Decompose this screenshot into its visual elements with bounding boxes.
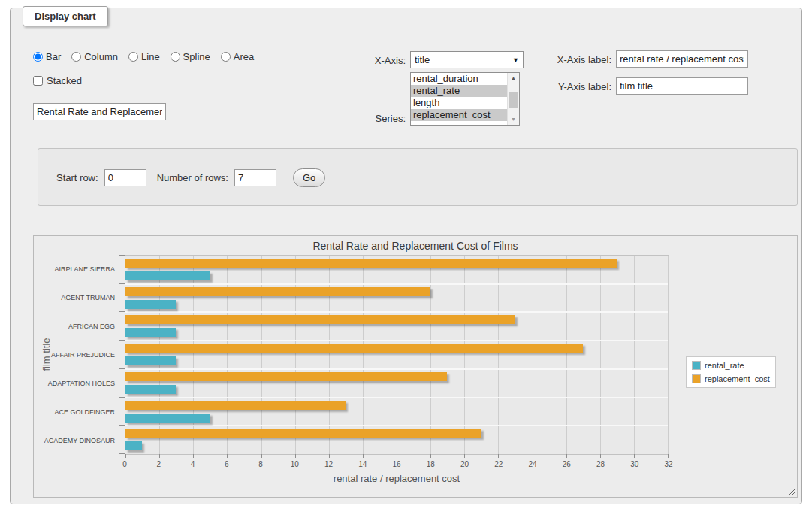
y-category-label: AFRICAN EGG	[35, 323, 115, 330]
chart-type-radio-area[interactable]	[221, 52, 231, 62]
legend-swatch	[692, 361, 701, 370]
legend-entry-rental_rate: rental_rate	[692, 361, 770, 370]
stacked-row: Stacked	[33, 75, 82, 86]
y-category-label: ACADEMY DINOSAUR	[35, 437, 115, 444]
bar-rental_rate	[125, 328, 176, 337]
x-tick-label: 2	[147, 460, 170, 468]
chart-type-radios: BarColumnLineSplineArea	[33, 51, 254, 62]
bar-rental_rate	[125, 441, 142, 450]
y-axis-caption-input[interactable]	[616, 77, 748, 95]
start-row-label: Start row:	[56, 172, 98, 183]
bar-replacement_cost	[125, 429, 481, 438]
x-tick-label: 6	[216, 460, 238, 468]
x-tick-label: 26	[555, 460, 578, 468]
y-category-label: AIRPLANE SIERRA	[35, 265, 115, 273]
chart-type-radio-column[interactable]	[71, 52, 81, 62]
x-axis-selected-value: title	[415, 54, 509, 65]
y-tickmark	[119, 340, 125, 341]
bar-replacement_cost	[125, 259, 617, 268]
pagination-panel: Start row: Number of rows: Go	[38, 148, 798, 206]
x-tickmark	[566, 454, 567, 458]
y-tickmark	[119, 368, 125, 369]
x-tickmark	[193, 454, 194, 458]
bar-replacement_cost	[125, 372, 447, 381]
series-listbox-items: rental_durationrental_ratelengthreplacem…	[411, 73, 507, 125]
x-tickmark	[227, 454, 228, 458]
x-axis-caption-input[interactable]	[616, 50, 748, 68]
legend-entry-replacement_cost: replacement_cost	[692, 374, 770, 383]
chart-type-radio-spline[interactable]	[171, 52, 180, 62]
scrollbar-thumb[interactable]	[509, 92, 518, 108]
legend-label: rental_rate	[705, 361, 744, 370]
chart-type-text: Area	[234, 51, 254, 62]
display-chart-fieldset: BarColumnLineSplineArea Stacked X-Axis: …	[10, 8, 802, 504]
scroll-up-icon[interactable]: ▲	[508, 73, 519, 83]
scroll-down-icon[interactable]: ▼	[508, 114, 519, 125]
series-option-length[interactable]: length	[411, 97, 507, 109]
chart-type-option-spline[interactable]: Spline	[171, 51, 210, 62]
legend-swatch	[692, 374, 701, 383]
chart-type-option-area[interactable]: Area	[221, 51, 254, 62]
y-tickmark	[119, 283, 125, 284]
bar-replacement_cost	[125, 287, 430, 296]
series-option-rental_duration[interactable]: rental_duration	[411, 73, 507, 85]
series-listbox[interactable]: rental_durationrental_ratelengthreplacem…	[410, 72, 520, 126]
chart-type-radio-line[interactable]	[128, 52, 138, 62]
x-tickmark	[600, 454, 601, 458]
series-option-replacement_cost[interactable]: replacement_cost	[411, 109, 507, 121]
chart-type-option-bar[interactable]: Bar	[33, 51, 61, 62]
resize-handle-icon[interactable]	[787, 487, 795, 495]
x-tick-label: 8	[249, 460, 272, 468]
x-tick-label: 14	[352, 460, 374, 468]
chart-y-categories: AIRPLANE SIERRAAGENT TRUMANAFRICAN EGGAF…	[35, 255, 119, 455]
x-tick-label: 4	[182, 460, 204, 468]
category-band	[125, 398, 668, 426]
x-tickmark	[464, 454, 465, 458]
bar-rental_rate	[125, 271, 210, 280]
y-tickmark	[119, 453, 125, 454]
chart-container: Rental Rate and Replacement Cost of Film…	[33, 235, 798, 498]
page: BarColumnLineSplineArea Stacked X-Axis: …	[0, 0, 812, 512]
series-scrollbar[interactable]: ▲ ▼	[507, 73, 519, 125]
x-tickmark	[533, 454, 533, 458]
x-tickmark	[498, 454, 499, 458]
x-tick-label: 10	[283, 460, 306, 468]
bar-replacement_cost	[125, 344, 583, 353]
category-band	[125, 312, 668, 341]
x-tickmark	[125, 454, 126, 458]
num-rows-label: Number of rows:	[157, 172, 228, 183]
go-button[interactable]: Go	[293, 168, 325, 187]
y-category-label: AFFAIR PREJUDICE	[35, 351, 115, 359]
stacked-checkbox[interactable]	[33, 76, 43, 86]
chart-plot-area	[125, 255, 669, 455]
start-row-input[interactable]	[104, 169, 146, 186]
pagination-row: Start row: Number of rows: Go	[56, 168, 325, 187]
bar-rental_rate	[125, 385, 176, 394]
num-rows-input[interactable]	[234, 169, 276, 186]
chart-type-option-line[interactable]: Line	[128, 51, 160, 62]
series-option-rental_rate[interactable]: rental_rate	[411, 85, 507, 97]
x-axis-label: X-Axis:	[341, 55, 406, 66]
y-tickmark	[119, 397, 125, 398]
x-tickmark	[634, 454, 635, 458]
x-tick-label: 32	[657, 460, 680, 468]
chart-type-text: Line	[141, 51, 160, 62]
x-axis-select[interactable]: title ▼	[410, 51, 524, 68]
bar-rental_rate	[125, 356, 176, 365]
chart-type-radio-bar[interactable]	[33, 52, 43, 62]
x-axis-caption-label: X-Axis label:	[548, 54, 611, 65]
x-tick-label: 22	[488, 460, 510, 468]
x-tickmark	[159, 454, 160, 458]
x-tickmark	[668, 454, 669, 458]
chart-title-input[interactable]	[33, 103, 166, 120]
x-tickmark	[363, 454, 364, 458]
y-category-label: ADAPTATION HOLES	[35, 380, 115, 387]
category-band	[125, 369, 668, 398]
x-tick-label: 28	[590, 460, 612, 468]
x-tickmark	[430, 454, 431, 458]
x-tick-label: 0	[113, 460, 136, 468]
chart-type-option-column[interactable]: Column	[71, 51, 118, 62]
bar-rental_rate	[125, 414, 210, 423]
x-tickmark	[397, 454, 397, 458]
chart-title: Rental Rate and Replacement Cost of Film…	[34, 240, 797, 252]
